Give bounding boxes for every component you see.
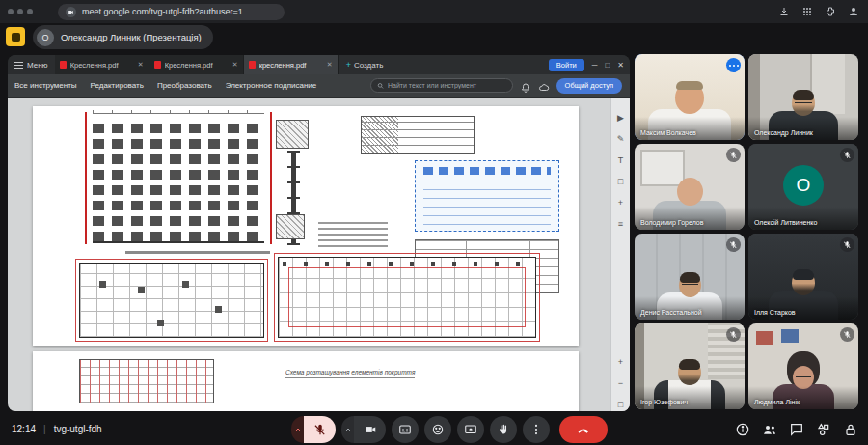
- highlighted-detail-plan: [415, 160, 559, 232]
- presenting-banner[interactable]: О Олександр Линник (Презентація): [33, 25, 213, 49]
- menu-edit[interactable]: Редактировать: [84, 81, 150, 90]
- participant-name: Олександр Линник: [754, 129, 813, 136]
- share-button[interactable]: Общий доступ: [556, 78, 622, 94]
- annotation-text-block: [318, 218, 388, 247]
- zoom-out-icon[interactable]: −: [614, 377, 627, 390]
- mic-toggle-button-muted[interactable]: [304, 416, 336, 443]
- mic-options-chevron-icon[interactable]: [291, 416, 304, 443]
- clock-time: 12:14: [12, 424, 36, 434]
- add-comment-icon[interactable]: +: [614, 197, 627, 209]
- participant-video-oleksii[interactable]: O Олексій Литвиненко: [748, 144, 858, 230]
- minimize-icon[interactable]: ─: [592, 61, 598, 70]
- fit-page-icon[interactable]: □: [614, 399, 627, 411]
- edit-pen-icon[interactable]: ✎: [614, 133, 627, 146]
- participant-video-illia[interactable]: Ілля Старков: [748, 234, 858, 320]
- dimension-strip: [93, 110, 264, 114]
- axis-outline: [274, 253, 540, 342]
- cloud-icon[interactable]: [538, 80, 550, 92]
- menu-esign[interactable]: Электронное подписание: [219, 81, 324, 90]
- participant-video-oleksandr[interactable]: Олександр Линник: [748, 54, 858, 140]
- more-options-button[interactable]: [523, 416, 550, 443]
- pdf-tool-rail: ▶ ✎ T □ + ≡ + − □: [610, 98, 630, 411]
- fixture-row: [423, 167, 551, 175]
- list-tool-icon[interactable]: ≡: [614, 218, 627, 231]
- person-head: [792, 270, 815, 295]
- mic-off-icon: [726, 148, 741, 162]
- drawing-sheet-1: [33, 106, 579, 346]
- select-tool-icon[interactable]: ▶: [614, 112, 627, 125]
- schematic-lines: [423, 181, 551, 225]
- download-icon[interactable]: [777, 5, 791, 18]
- participant-name: Ілля Старков: [754, 309, 796, 316]
- participant-name: Володимир Горелов: [640, 219, 703, 226]
- name-shade: [748, 117, 858, 140]
- participant-name: Людмила Лінік: [754, 399, 800, 405]
- pdf-app-titlebar: Меню Креслення.pdf ✕ Креслення.pdf ✕ кре…: [8, 55, 630, 74]
- building-elevation-drawing: [93, 118, 264, 243]
- pdf-search-box[interactable]: [370, 78, 513, 93]
- camera-toggle-button[interactable]: [354, 416, 386, 443]
- sidebar-extension-icon[interactable]: [6, 27, 25, 46]
- presenter-label: Олександр Линник (Презентація): [61, 32, 202, 42]
- search-icon: [377, 82, 384, 90]
- pdf-document-canvas[interactable]: Схема розташування елементів покриття ▶ …: [8, 98, 630, 411]
- extensions-puzzle-icon[interactable]: [824, 5, 837, 18]
- tab-close-icon[interactable]: ✕: [138, 61, 144, 69]
- url-text: meet.google.com/tvg-utgl-fdh?authuser=1: [82, 7, 243, 16]
- roof-detail-drawing: [361, 116, 475, 154]
- profile-avatar[interactable]: [847, 5, 860, 18]
- window-controls[interactable]: [8, 9, 33, 14]
- menu-all-tools[interactable]: Все инструменты: [8, 81, 84, 90]
- pdf-tab-3-active[interactable]: креслення.pdf ✕: [244, 55, 339, 74]
- floor-plan-left: [79, 263, 264, 338]
- participant-name: Максим Волкачев: [640, 129, 696, 136]
- name-shade: [635, 207, 745, 230]
- shared-screen-presentation[interactable]: Меню Креслення.pdf ✕ Креслення.pdf ✕ кре…: [8, 55, 630, 411]
- chat-icon[interactable]: [789, 422, 804, 437]
- participant-avatar: O: [783, 164, 824, 205]
- axis-outline: [75, 259, 268, 342]
- shape-tool-icon[interactable]: □: [614, 176, 627, 188]
- present-screen-button[interactable]: [457, 416, 484, 443]
- roof-layout-plan: [79, 359, 214, 403]
- captions-button[interactable]: [392, 416, 419, 443]
- meet-control-bar: 12:14 | tvg-utgl-fdh: [0, 413, 868, 445]
- pdf-menu-button[interactable]: Меню: [8, 55, 55, 74]
- name-shade: [748, 386, 858, 409]
- meet-favicon-icon: [66, 7, 76, 17]
- participant-video-volodymyr[interactable]: Володимир Горелов: [635, 144, 745, 230]
- address-bar[interactable]: meet.google.com/tvg-utgl-fdh?authuser=1: [58, 4, 285, 20]
- end-call-button[interactable]: [559, 416, 608, 443]
- pdf-tab-2[interactable]: Креслення.pdf ✕: [149, 55, 244, 74]
- signin-button[interactable]: Войти: [549, 59, 584, 71]
- raise-hand-button[interactable]: [490, 416, 517, 443]
- host-controls-lock-icon[interactable]: [843, 422, 858, 437]
- participant-video-denys[interactable]: Денис Расстальной: [635, 234, 745, 320]
- tile-more-options-icon[interactable]: [726, 58, 741, 72]
- menu-convert[interactable]: Преобразовать: [150, 81, 219, 90]
- participant-video-liudmyla[interactable]: Людмила Лінік: [748, 323, 858, 409]
- activities-icon[interactable]: [816, 422, 831, 437]
- text-tool-icon[interactable]: T: [614, 154, 627, 167]
- plus-icon: +: [346, 60, 351, 70]
- section-hatch-detail: [276, 120, 309, 149]
- meeting-details-info-icon[interactable]: [735, 422, 750, 437]
- tab-close-icon[interactable]: ✕: [232, 61, 238, 69]
- participants-people-icon[interactable]: [762, 422, 777, 437]
- participant-video-maksym[interactable]: Максим Волкачев: [635, 54, 745, 140]
- apps-grid-icon[interactable]: [800, 5, 814, 18]
- search-input[interactable]: [388, 82, 506, 89]
- pdf-tab-1[interactable]: Креслення.pdf ✕: [55, 55, 149, 74]
- maximize-icon[interactable]: □: [605, 61, 610, 70]
- emoji-reactions-button[interactable]: [424, 416, 451, 443]
- tab-close-icon[interactable]: ✕: [327, 61, 333, 69]
- close-icon[interactable]: ✕: [617, 61, 624, 70]
- person-head: [677, 178, 703, 206]
- person-head: [679, 273, 701, 297]
- participant-video-ihor[interactable]: Ігор Юзефович: [635, 323, 745, 409]
- camera-options-chevron-icon[interactable]: [341, 416, 354, 443]
- pdf-app-toolbar: Все инструменты Редактировать Преобразов…: [8, 74, 630, 97]
- notifications-bell-icon[interactable]: [520, 80, 531, 92]
- create-document-button[interactable]: + Создать: [339, 55, 392, 74]
- zoom-in-icon[interactable]: +: [614, 356, 627, 369]
